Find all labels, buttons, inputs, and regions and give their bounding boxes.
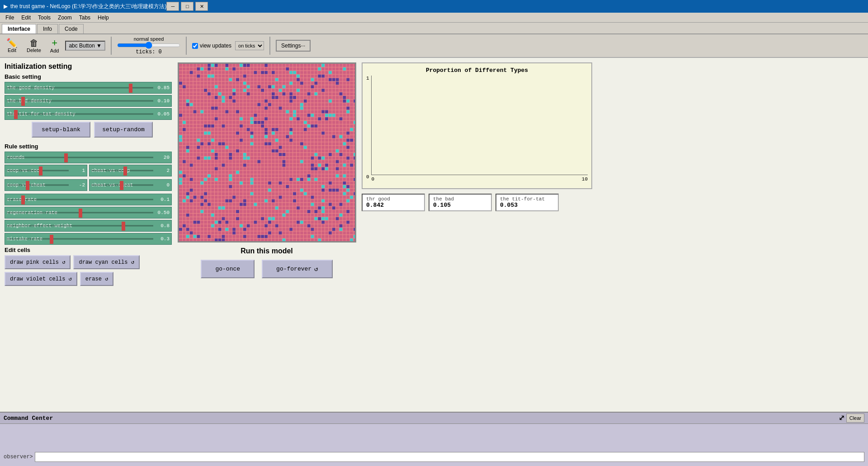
view-updates-label: view updates <box>200 43 231 49</box>
cc-input-row: observer> <box>0 451 868 463</box>
y-max-label: 1 <box>366 76 369 81</box>
slider-neighbor-weight[interactable]: neighbor-effect-weight 0.8 <box>5 220 172 232</box>
delete-button[interactable]: 🗑 Delete <box>24 38 44 54</box>
ticks-display: ticks: 0 <box>136 49 162 55</box>
cc-header-controls: ⤢ Clear <box>839 414 864 423</box>
slider-bad-density-value: 0.10 <box>154 98 170 104</box>
edit-button[interactable]: ✏️ Edit <box>4 38 20 54</box>
minimize-button[interactable]: ─ <box>166 2 179 11</box>
cc-body <box>0 424 868 451</box>
slider-cheat-vs-cheat[interactable]: cheat-vs-cheat 0 <box>89 179 172 191</box>
slider-good-density-value: 0.85 <box>154 85 170 90</box>
settings-button[interactable]: Settings··· <box>276 40 311 52</box>
speed-control: normal speed ticks: 0 <box>117 36 180 55</box>
tab-info[interactable]: Info <box>37 24 58 33</box>
cc-title: Command Center <box>4 415 53 422</box>
x-min-label: 0 <box>372 176 375 182</box>
go-once-button[interactable]: go-once <box>201 260 255 278</box>
view-updates-checkbox[interactable] <box>192 43 198 49</box>
cc-clear-button[interactable]: Clear <box>846 414 864 423</box>
slider-erase-value: 0.1 <box>154 197 170 202</box>
slider-mistake-rate[interactable]: mistake-rate 0.3 <box>5 233 172 245</box>
chart-title: Proportion of Different Types <box>366 67 588 74</box>
separator-3 <box>269 37 270 55</box>
slider-rounds-value: 20 <box>154 155 170 160</box>
slider-neighbor-value: 0.8 <box>154 223 170 228</box>
speed-slider[interactable] <box>117 42 180 49</box>
slider-bad-density[interactable]: the-bad-density 0.10 <box>5 95 172 107</box>
on-ticks-select[interactable]: on ticks <box>235 41 264 50</box>
button-widget[interactable]: abc Button ▼ <box>65 41 105 51</box>
slider-cheatvcheat-value: 0 <box>154 182 170 188</box>
command-center: Command Center ⤢ Clear observer> <box>0 412 868 466</box>
world-canvas <box>179 64 355 241</box>
proportion-chart: Proportion of Different Types 1 0 0 10 <box>362 62 592 189</box>
slider-good-density[interactable]: the-good-density 0.85 <box>5 82 172 94</box>
pair-sliders-row-1: coop-vs-coop 1 cheat-vs-coop 2 <box>5 165 172 178</box>
monitor-tft-label: the tit-for-tat <box>500 196 554 202</box>
menu-tabs[interactable]: Tabs <box>75 14 94 22</box>
world-view <box>178 62 356 243</box>
monitor-row: thr good 0.842 the bad 0.105 the tit-for… <box>362 194 863 211</box>
menubar: File Edit Tools Zoom Tabs Help <box>0 13 868 23</box>
chart-body: 1 0 0 10 <box>366 76 588 180</box>
edit-icon: ✏️ <box>6 38 18 48</box>
close-button[interactable]: ✕ <box>195 2 208 11</box>
tab-code[interactable]: Code <box>59 24 84 33</box>
monitor-bad-value: 0.105 <box>433 202 487 209</box>
run-model-title: Run this model <box>241 247 293 255</box>
tabs-row: Interface Info Code <box>0 23 868 34</box>
cc-expand-button[interactable]: ⤢ <box>839 414 844 423</box>
rule-setting-label: Rule setting <box>5 143 172 150</box>
pair-sliders-row-2: coop-vs-cheat -2 cheat-vs-cheat 0 <box>5 179 172 192</box>
slider-rounds[interactable]: rounds 20 <box>5 152 172 163</box>
slider-erase-rate[interactable]: erase-rate 0.1 <box>5 194 172 205</box>
cc-input[interactable] <box>35 452 864 462</box>
slider-cvc2-value: -2 <box>69 182 85 188</box>
erase-button[interactable]: erase ↺ <box>80 272 113 286</box>
monitor-bad-label: the bad <box>433 196 487 202</box>
cc-observer-label: observer> <box>4 454 33 460</box>
x-max-label: 10 <box>582 176 588 182</box>
menu-help[interactable]: Help <box>94 14 113 22</box>
draw-pink-button[interactable]: draw pink cells ↺ <box>5 255 71 269</box>
setup-buttons-area: setup-blank setup-random <box>32 122 172 140</box>
monitor-good-label: thr good <box>366 196 420 202</box>
slider-cheatvc-value: 2 <box>154 168 170 173</box>
add-button[interactable]: + Add <box>47 37 62 54</box>
run-buttons: go-once go-forever ↺ <box>201 260 332 278</box>
slider-coop-vs-cheat[interactable]: coop-vs-cheat -2 <box>5 179 87 191</box>
right-panel: Proportion of Different Types 1 0 0 10 t… <box>362 62 863 407</box>
maximize-button[interactable]: □ <box>181 2 193 11</box>
speed-label: normal speed <box>134 36 164 42</box>
monitor-bad: the bad 0.105 <box>429 194 492 211</box>
go-forever-button[interactable]: go-forever ↺ <box>262 260 332 278</box>
draw-violet-button[interactable]: draw violet cells ↺ <box>5 272 77 286</box>
slider-cheat-vs-coop[interactable]: cheat-vs-coop 2 <box>89 165 172 176</box>
center-panel: Run this model go-once go-forever ↺ <box>176 62 357 407</box>
tab-interface[interactable]: Interface <box>2 24 36 33</box>
slider-regen-rate[interactable]: regeneration-rate 0.50 <box>5 207 172 219</box>
setup-blank-button[interactable]: setup-blank <box>32 122 90 138</box>
toolbar: ✏️ Edit 🗑 Delete + Add abc Button ▼ norm… <box>0 34 868 58</box>
slider-coop-vs-coop[interactable]: coop-vs-coop 1 <box>5 165 87 176</box>
setup-random-button[interactable]: setup-random <box>94 122 153 138</box>
run-model-area: Run this model go-once go-forever ↺ <box>201 247 332 278</box>
window-title: the trust game - NetLogo (E:\学习\作业之类的大三\… <box>10 3 166 10</box>
delete-label: Delete <box>27 48 41 53</box>
draw-cyan-button[interactable]: draw cyan cells ↺ <box>73 255 139 269</box>
menu-zoom[interactable]: Zoom <box>54 14 75 22</box>
slider-tft-density-value: 0.05 <box>154 111 170 117</box>
basic-setting-label: Basic setting <box>5 73 172 80</box>
menu-file[interactable]: File <box>2 14 18 22</box>
titlebar: ▶ the trust game - NetLogo (E:\学习\作业之类的大… <box>0 0 868 13</box>
separator-1 <box>111 37 112 55</box>
menu-edit[interactable]: Edit <box>18 14 34 22</box>
slider-regen-value: 0.50 <box>154 210 170 215</box>
init-setting-title: Initialization setting <box>5 62 172 71</box>
menu-tools[interactable]: Tools <box>34 14 54 22</box>
y-min-label: 0 <box>366 174 369 180</box>
slider-tft-density[interactable]: the-tit-for-tat-density 0.05 <box>5 108 172 120</box>
left-panel: Initialization setting Basic setting the… <box>5 62 172 407</box>
window-controls: ─ □ ✕ <box>166 2 208 11</box>
